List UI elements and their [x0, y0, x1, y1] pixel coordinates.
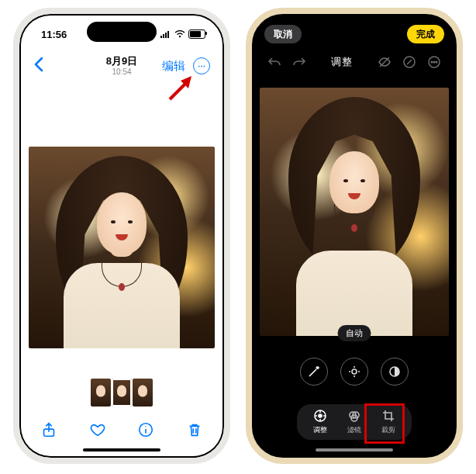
auto-enhance-icon[interactable] — [300, 358, 328, 386]
home-indicator[interactable] — [83, 448, 160, 452]
undo-icon[interactable] — [267, 55, 281, 69]
info-icon[interactable] — [136, 420, 155, 439]
photo-time: 10:54 — [106, 67, 137, 76]
tab-adjust-label: 调整 — [313, 425, 327, 435]
tab-crop-label: 裁剪 — [381, 425, 395, 435]
cancel-button[interactable]: 取消 — [264, 25, 302, 43]
bottom-toolbar — [22, 411, 221, 448]
svg-point-4 — [179, 35, 181, 36]
more-button[interactable] — [193, 57, 210, 74]
photo-viewer[interactable] — [22, 143, 221, 352]
displayed-photo — [29, 147, 215, 348]
edit-button[interactable]: 编辑 — [162, 59, 185, 74]
tab-adjust[interactable]: 调整 — [303, 409, 337, 435]
photo-date: 8月9日 — [106, 56, 137, 67]
signal-icon — [160, 29, 171, 40]
displayed-photo — [260, 88, 449, 336]
home-indicator[interactable] — [316, 448, 393, 452]
svg-point-27 — [319, 414, 322, 417]
trash-icon[interactable] — [185, 420, 204, 439]
dynamic-island — [87, 22, 157, 42]
share-icon[interactable] — [40, 420, 58, 439]
edit-tab-bar: 调整 滤镜 裁剪 — [255, 399, 454, 445]
phone-photos-view: 11:56 8月9日 10:54 编辑 — [13, 8, 230, 464]
back-button[interactable] — [33, 57, 44, 76]
svg-point-10 — [146, 426, 147, 427]
phone-edit-view: 取消 完成 调整 — [246, 8, 463, 464]
edit-more-icon[interactable] — [427, 55, 441, 69]
svg-rect-0 — [160, 36, 162, 38]
edit-controls-row: 调整 — [255, 51, 454, 73]
redo-icon[interactable] — [292, 55, 306, 69]
svg-rect-3 — [167, 31, 169, 38]
markup-icon[interactable] — [402, 55, 416, 69]
thumbnail-strip[interactable] — [22, 379, 221, 407]
done-button[interactable]: 完成 — [407, 25, 444, 43]
thumbnail[interactable] — [133, 379, 153, 407]
exposure-icon[interactable] — [340, 358, 368, 386]
tab-filters[interactable]: 滤镜 — [337, 409, 371, 435]
heart-icon[interactable] — [88, 420, 107, 439]
svg-rect-2 — [165, 33, 167, 38]
svg-point-17 — [433, 61, 435, 63]
tab-filters-label: 滤镜 — [347, 425, 361, 435]
thumbnail[interactable] — [91, 379, 111, 407]
status-time: 11:56 — [41, 29, 67, 40]
svg-point-18 — [436, 61, 437, 63]
edit-photo-canvas[interactable]: 自动 — [255, 76, 454, 348]
svg-line-5 — [170, 81, 188, 99]
tab-crop[interactable]: 裁剪 — [371, 409, 405, 435]
svg-point-16 — [431, 61, 433, 63]
battery-icon — [188, 29, 205, 39]
svg-rect-1 — [163, 34, 164, 38]
status-indicators — [160, 29, 205, 40]
adjustment-dials — [255, 352, 454, 391]
svg-point-20 — [352, 369, 357, 374]
wifi-icon — [174, 29, 185, 40]
hide-icon[interactable] — [378, 55, 391, 69]
edit-mode-title: 调整 — [306, 55, 378, 69]
nav-title: 8月9日 10:54 — [106, 56, 137, 75]
auto-label[interactable]: 自动 — [338, 325, 371, 341]
nav-bar: 8月9日 10:54 编辑 — [22, 51, 221, 81]
thumbnail[interactable] — [112, 379, 132, 407]
brilliance-icon[interactable] — [381, 358, 409, 386]
dynamic-island — [319, 22, 389, 42]
